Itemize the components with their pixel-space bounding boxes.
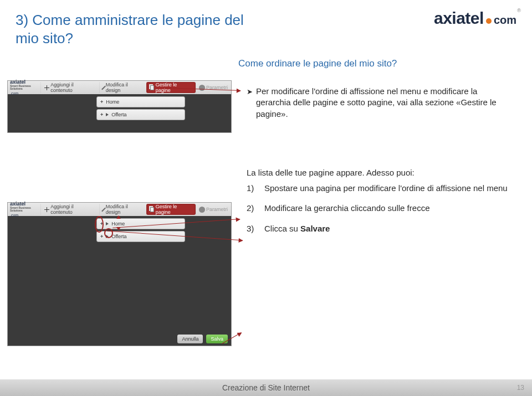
- item-2-number: 2): [247, 203, 257, 214]
- gear-icon: [200, 207, 204, 212]
- expand-icon: +: [100, 99, 103, 105]
- toolbar-modify-design[interactable]: Modifica il design: [99, 204, 146, 215]
- screenshot-manage-pages-2: axiatelSmart Business Solutions Aggiungi…: [7, 202, 232, 346]
- page-subtitle: Come ordinare le pagine del mio sito?: [238, 58, 397, 69]
- page-row-offerta[interactable]: + Offerta: [96, 109, 185, 120]
- item-1-text: Spostare una pagina per modificare l'ord…: [264, 183, 508, 194]
- plus-icon: [44, 207, 49, 212]
- item-1-number: 1): [247, 183, 257, 194]
- toolbar-parameters[interactable]: Parametri: [196, 204, 231, 215]
- toolbar-design-label: Modifica il design: [106, 204, 143, 215]
- intro-text: Per modificare l'ordine di affissione ne…: [256, 86, 513, 120]
- toolbar-add-content[interactable]: Aggiungi il contenuto: [40, 204, 99, 215]
- toolbar-add-label: Aggiungi il contenuto: [50, 204, 95, 215]
- brand-logo: axiatel com ®: [434, 9, 516, 28]
- page-title: 3) Come amministrare le pagine del mio s…: [16, 11, 270, 47]
- brand-dot-icon: [486, 18, 492, 24]
- item-3-text: Clicca su Salvare: [264, 223, 330, 234]
- pencil-icon: [101, 85, 106, 90]
- toolbar-add-label: Aggiungi il contenuto: [50, 82, 95, 93]
- page-number: 13: [517, 384, 524, 392]
- dialog-footer: Annulla Salva: [177, 335, 228, 343]
- toolbar-design-label: Modifica il design: [106, 82, 143, 93]
- mini-logo: axiatelSmart Business Solutions: [8, 79, 40, 96]
- app-toolbar: axiatelSmart Business Solutions Aggiungi…: [8, 81, 231, 94]
- item-3-bold: Salvare: [300, 224, 330, 233]
- item-3-number: 3): [247, 223, 257, 234]
- indent-arrow-icon: [106, 222, 109, 225]
- toolbar-params-label: Parametri: [206, 207, 228, 212]
- brand-domain: com: [494, 14, 516, 27]
- toolbar-manage-label: Gestire le pagine: [156, 204, 192, 215]
- slide-footer: Creazione di Site Internet 13: [0, 379, 532, 396]
- app-toolbar: axiatelSmart Business Solutions Aggiungi…: [8, 203, 231, 216]
- pages-icon: [150, 85, 154, 90]
- registered-icon: ®: [517, 8, 521, 13]
- brand-name: axiatel: [434, 9, 484, 28]
- expand-icon: +: [100, 112, 103, 117]
- item-3-prefix: Clicca su: [264, 224, 300, 233]
- expand-icon: +: [100, 234, 103, 239]
- page-row-offerta-label: Offerta: [111, 112, 181, 117]
- highlight-circle-2: [104, 228, 113, 238]
- mini-logo: axiatelSmart Business Solutions: [8, 201, 40, 218]
- toolbar-manage-pages[interactable]: Gestire le pagine: [146, 204, 196, 215]
- indent-arrow-icon: [106, 113, 109, 116]
- toolbar-modify-design[interactable]: Modifica il design: [99, 82, 146, 93]
- footer-text: Creazione di Site Internet: [222, 383, 310, 392]
- cancel-button[interactable]: Annulla: [177, 335, 203, 343]
- page-row-home[interactable]: + Home: [96, 96, 185, 107]
- pages-icon: [150, 207, 154, 212]
- plus-icon: [44, 85, 49, 90]
- item-2-text: Modificare la gerarchia cliccando sulle …: [264, 203, 429, 214]
- list-intro: La lista delle tue pagine appare. Adesso…: [247, 167, 513, 178]
- toolbar-parameters[interactable]: Parametri: [196, 82, 231, 93]
- toolbar-add-content[interactable]: Aggiungi il contenuto: [40, 82, 99, 93]
- pencil-icon: [101, 207, 106, 212]
- bullet-icon: ➤: [247, 86, 253, 120]
- move-up-indicator-icon: [116, 215, 121, 219]
- page-row-home-label: Home: [106, 99, 181, 105]
- highlight-circle-1: [95, 216, 104, 233]
- instructions-block: ➤ Per modificare l'ordine di affissione …: [247, 86, 513, 243]
